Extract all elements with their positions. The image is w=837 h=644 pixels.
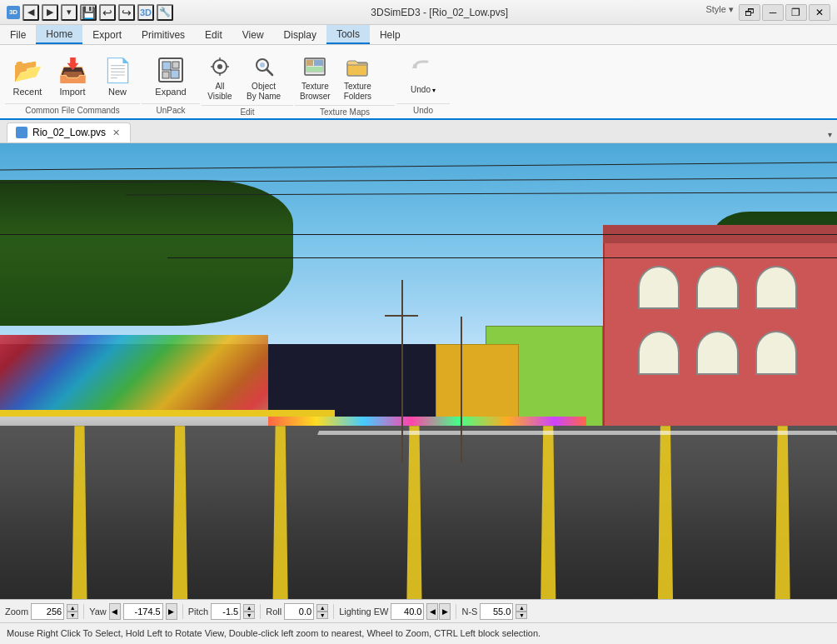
svg-rect-18: [306, 67, 323, 72]
pitch-spinners: ▲ ▼: [243, 604, 255, 619]
texture-folders-button[interactable]: TextureFolders: [339, 50, 376, 105]
lighting-prev-button[interactable]: ◀: [426, 603, 438, 620]
ns-up-button[interactable]: ▲: [516, 604, 527, 612]
pitch-up-button[interactable]: ▲: [243, 604, 255, 612]
utility-pole-crossbar-1: [385, 315, 418, 317]
texture-browser-button[interactable]: TextureBrowser: [295, 50, 336, 105]
menu-file[interactable]: File: [0, 25, 36, 44]
tab-rio[interactable]: Rio_02_Low.pvs ✕: [7, 122, 131, 142]
menu-primitives[interactable]: Primitives: [132, 25, 195, 44]
divider-4: [333, 604, 334, 619]
nav-forward-button[interactable]: ▶: [42, 4, 58, 21]
all-visible-label: AllVisible: [207, 82, 232, 102]
svg-point-13: [260, 62, 265, 67]
roll-down-button[interactable]: ▼: [316, 612, 328, 619]
roll-input[interactable]: [284, 603, 314, 620]
object-by-name-button[interactable]: ObjectBy Name: [242, 50, 286, 105]
yaw-next-button[interactable]: ▶: [166, 603, 177, 620]
nav-back-button[interactable]: ◀: [22, 4, 39, 21]
quick-3d-button[interactable]: 3D: [137, 4, 154, 21]
expand-button[interactable]: Expand: [148, 50, 193, 100]
pitch-down-button[interactable]: ▼: [243, 612, 255, 619]
divider-3: [260, 604, 261, 619]
barrier-yellow-left: [0, 410, 335, 417]
tree-area: [0, 180, 293, 326]
svg-rect-17: [314, 60, 323, 66]
ribbon-group-edit: AllVisible ObjectBy Name Edit: [202, 48, 293, 117]
close-button[interactable]: ✕: [809, 4, 830, 21]
ribbon-group-file-commands: 📂 Recent 📥 Import 📄 New Common File Comm…: [5, 48, 140, 117]
expand-icon: [154, 53, 187, 87]
svg-rect-4: [171, 70, 179, 78]
roll-up-button[interactable]: ▲: [316, 604, 328, 612]
title-bar: 3D ◀ ▶ ▾ 💾 ↩ ↪ 3D 🔧 3DSimED3 - [Rio_02_L…: [0, 0, 837, 25]
ns-input[interactable]: [480, 603, 513, 620]
menu-export[interactable]: Export: [82, 25, 132, 44]
menu-view[interactable]: View: [232, 25, 274, 44]
divider-5: [456, 604, 456, 619]
ribbon-group-undo: Undo ▾ Undo: [396, 48, 450, 117]
quick-undo-button[interactable]: ↩: [99, 4, 116, 21]
tab-icon: [16, 127, 27, 138]
quick-save-button[interactable]: 💾: [80, 4, 97, 21]
svg-point-6: [217, 64, 222, 69]
roll-label: Roll: [266, 607, 281, 617]
all-visible-icon: [207, 53, 233, 80]
minimize-button[interactable]: ─: [762, 4, 784, 21]
tab-dropdown-button[interactable]: ▾: [823, 127, 837, 142]
tab-close-button[interactable]: ✕: [111, 127, 122, 139]
menu-tools[interactable]: Tools: [326, 25, 370, 44]
yaw-nav-arrows: ◀: [109, 603, 121, 620]
app-icon: 3D: [7, 6, 20, 19]
lighting-next-button[interactable]: ▶: [439, 603, 451, 620]
roll-spinners: ▲ ▼: [316, 604, 328, 619]
recent-button[interactable]: 📂 Recent: [5, 50, 50, 100]
quick-redo-button[interactable]: ↪: [118, 4, 135, 21]
menu-display[interactable]: Display: [274, 25, 326, 44]
lighting-input[interactable]: [391, 603, 424, 620]
pitch-input[interactable]: [211, 603, 241, 620]
svg-rect-16: [306, 60, 313, 66]
lighting-field: Lighting EW ◀ ▶: [339, 603, 451, 620]
zoom-field: Zoom ▲ ▼: [5, 603, 78, 620]
lighting-nav-arrows: ◀ ▶: [426, 603, 451, 620]
expand-label: Expand: [155, 87, 186, 97]
wire-1: [0, 234, 837, 235]
tab-bar: Rio_02_Low.pvs ✕ ▾: [0, 120, 837, 143]
object-by-name-icon: [251, 53, 277, 80]
yaw-field: Yaw ◀ ▶: [89, 603, 177, 620]
nav-dropdown-button[interactable]: ▾: [61, 4, 77, 21]
all-visible-button[interactable]: AllVisible: [202, 50, 238, 105]
zoom-label: Zoom: [5, 607, 28, 617]
ns-spinners: ▲ ▼: [516, 604, 527, 619]
restore-button[interactable]: 🗗: [739, 4, 760, 21]
svg-rect-3: [162, 72, 169, 78]
style-label: Style ▾: [705, 4, 734, 21]
yaw-prev-button[interactable]: ◀: [109, 603, 121, 620]
menu-home[interactable]: Home: [36, 25, 82, 44]
ns-label: N-S: [461, 607, 477, 617]
undo-button[interactable]: Undo ▾: [402, 50, 444, 98]
yaw-input[interactable]: [123, 603, 163, 620]
zoom-down-button[interactable]: ▼: [67, 612, 78, 619]
menu-edit[interactable]: Edit: [195, 25, 232, 44]
quick-extra1-button[interactable]: 🔧: [157, 4, 173, 21]
svg-line-12: [267, 69, 272, 75]
status-text: Mouse Right Click To Select, Hold Left t…: [7, 628, 541, 638]
new-label: New: [108, 87, 127, 97]
zoom-input[interactable]: [31, 603, 64, 620]
ns-down-button[interactable]: ▼: [516, 612, 527, 619]
recent-icon: 📂: [11, 53, 44, 87]
restore2-button[interactable]: ❐: [785, 4, 807, 21]
window-controls: Style ▾ 🗗 ─ ❐ ✕: [705, 4, 830, 21]
viewport[interactable]: [0, 143, 837, 599]
edit-group-label: Edit: [202, 105, 293, 118]
menu-help[interactable]: Help: [370, 25, 411, 44]
import-button[interactable]: 📥 Import: [50, 50, 95, 100]
texture-folders-label: TextureFolders: [344, 82, 371, 102]
undo-group-label: Undo: [396, 103, 450, 117]
scene-wrapper: [0, 143, 837, 599]
new-icon: 📄: [101, 53, 134, 87]
zoom-up-button[interactable]: ▲: [67, 604, 78, 612]
new-button[interactable]: 📄 New: [95, 50, 140, 100]
